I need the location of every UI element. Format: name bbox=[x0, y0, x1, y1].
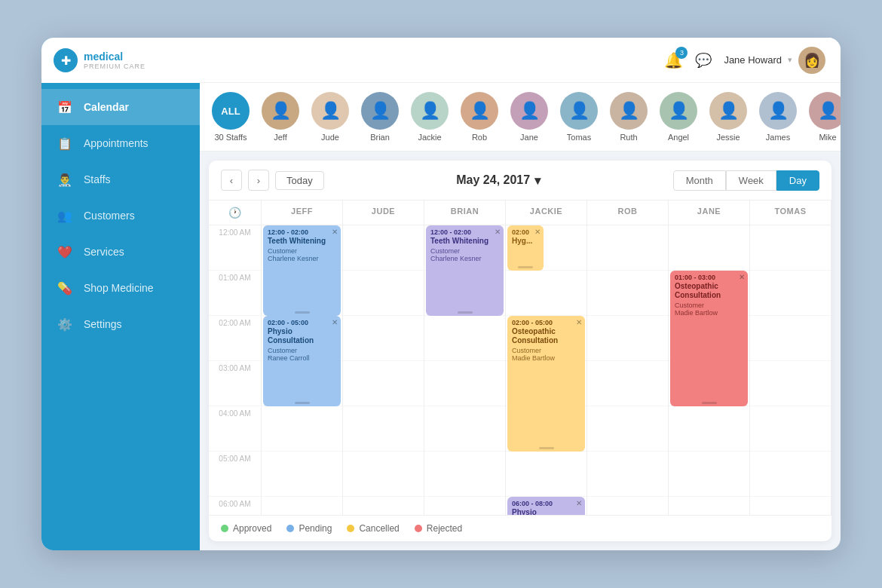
event-close-button[interactable]: ✕ bbox=[739, 273, 745, 281]
header-jane: JANE bbox=[669, 201, 750, 225]
staff-avatar-rob: 👤 bbox=[461, 92, 498, 130]
staff-item-jane[interactable]: 👤Jane bbox=[510, 92, 548, 142]
user-menu[interactable]: Jane Howard ▾ 👩 bbox=[724, 47, 825, 74]
date-dropdown-icon: ▾ bbox=[534, 173, 541, 188]
sidebar-item-calendar[interactable]: 📅 Calendar bbox=[41, 89, 200, 125]
message-button[interactable]: 💬 bbox=[695, 52, 712, 69]
event-close-button[interactable]: ✕ bbox=[332, 228, 338, 236]
staff-item-tomas[interactable]: 👤Tomas bbox=[560, 92, 598, 142]
event-resize-handle[interactable] bbox=[295, 402, 310, 404]
event-resize-handle[interactable] bbox=[295, 311, 310, 314]
event-close-button[interactable]: ✕ bbox=[495, 228, 501, 236]
sidebar-item-appointments[interactable]: 📋 Appointments bbox=[41, 125, 200, 161]
shop-icon: 💊 bbox=[57, 280, 73, 296]
event-time: 01:00 - 03:00 bbox=[675, 274, 743, 281]
topbar: 🔔 3 💬 Jane Howard ▾ 👩 bbox=[200, 38, 841, 83]
hour-row bbox=[424, 361, 505, 406]
approved-dot bbox=[221, 525, 228, 532]
hour-row bbox=[343, 361, 424, 406]
event-block[interactable]: ✕12:00 - 02:00Teeth WhiteningCustomer Ch… bbox=[263, 225, 341, 316]
settings-icon: ⚙️ bbox=[57, 316, 73, 332]
event-close-button[interactable]: ✕ bbox=[576, 499, 582, 507]
staff-item-ruth[interactable]: 👤Ruth bbox=[610, 92, 648, 142]
event-block[interactable]: ✕02:00 - 05:00Osteopathic ConsultationCu… bbox=[507, 316, 585, 452]
hour-row bbox=[424, 497, 505, 515]
grid-header: 🕐 JEFF JUDE BRIAN JACKIE ROB JANE TOMAS bbox=[209, 201, 831, 225]
calendar-date[interactable]: May 24, 2017 ▾ bbox=[456, 173, 541, 188]
sidebar-item-services[interactable]: ❤️ Services bbox=[41, 234, 200, 270]
event-block[interactable]: ✕02:00 - 05:00Physio ConsultationCustome… bbox=[263, 316, 341, 406]
staff-list: 👤Jeff👤Jude👤Brian👤Jackie👤Rob👤Jane👤Tomas👤R… bbox=[262, 92, 841, 142]
calendar-icon: 📅 bbox=[57, 99, 73, 115]
staff-item-angel[interactable]: 👤Angel bbox=[660, 92, 697, 142]
event-time: 12:00 - 02:00 bbox=[430, 228, 499, 236]
view-toggle: Month Week Day bbox=[673, 170, 819, 191]
event-close-button[interactable]: ✕ bbox=[534, 228, 541, 236]
all-staff-count: 30 Staffs bbox=[214, 133, 247, 142]
staff-item-mike[interactable]: 👤Mike bbox=[809, 92, 841, 142]
staff-column-4: ✕02:00Hyg...✕02:00 - 05:00Osteopathic Co… bbox=[506, 225, 587, 515]
staff-item-jude[interactable]: 👤Jude bbox=[311, 92, 349, 142]
sidebar: ✚ medical PREMIUM CARE 📅 Calendar 📋 Appo… bbox=[41, 38, 200, 550]
time-slot: 01:00 AM bbox=[209, 271, 262, 316]
staff-item-jessie[interactable]: 👤Jessie bbox=[709, 92, 747, 142]
event-block[interactable]: ✕01:00 - 03:00Osteopathic ConsultationCu… bbox=[670, 271, 748, 406]
staff-avatar-ruth: 👤 bbox=[610, 92, 648, 130]
staff-column-2 bbox=[343, 225, 424, 515]
all-staff-avatar: ALL bbox=[212, 92, 250, 130]
staff-name-brian: Brian bbox=[370, 133, 390, 142]
event-resize-handle[interactable] bbox=[458, 311, 473, 314]
staff-item-rob[interactable]: 👤Rob bbox=[461, 92, 498, 142]
staff-column-1: ✕12:00Initi...✕12:00 - 02:00Teeth Whiten… bbox=[262, 225, 343, 515]
logo-area: ✚ medical PREMIUM CARE bbox=[41, 38, 200, 83]
event-close-button[interactable]: ✕ bbox=[332, 318, 338, 326]
next-button[interactable]: › bbox=[248, 170, 269, 191]
staff-item-james[interactable]: 👤James bbox=[759, 92, 797, 142]
rejected-dot bbox=[415, 525, 422, 532]
staff-avatar-jude: 👤 bbox=[311, 92, 349, 130]
hour-row bbox=[669, 225, 749, 271]
event-block[interactable]: ✕06:00 - 08:00Physio ConsultationCustome… bbox=[507, 497, 585, 515]
time-slot: 05:00 AM bbox=[209, 452, 262, 497]
hour-row bbox=[669, 497, 749, 515]
week-view-button[interactable]: Week bbox=[726, 170, 776, 191]
rejected-label: Rejected bbox=[427, 523, 462, 534]
prev-button[interactable]: ‹ bbox=[221, 170, 242, 191]
day-view-button[interactable]: Day bbox=[776, 170, 819, 191]
cancelled-dot bbox=[347, 525, 354, 532]
event-resize-handle[interactable] bbox=[539, 447, 554, 449]
month-view-button[interactable]: Month bbox=[673, 170, 726, 191]
time-column: 12:00 AM01:00 AM02:00 AM03:00 AM04:00 AM… bbox=[209, 225, 262, 515]
staff-item-jackie[interactable]: 👤Jackie bbox=[411, 92, 449, 142]
event-resize-handle[interactable] bbox=[702, 402, 717, 404]
hour-row bbox=[669, 452, 749, 497]
hour-row bbox=[262, 452, 342, 497]
hour-row bbox=[750, 452, 831, 497]
staff-all-button[interactable]: ALL 30 Staffs bbox=[212, 92, 250, 142]
header-jackie: JACKIE bbox=[506, 201, 587, 225]
sidebar-item-staffs[interactable]: 👨‍⚕️ Staffs bbox=[41, 161, 200, 198]
event-resize-handle[interactable] bbox=[518, 266, 533, 268]
sidebar-label-customers: Customers bbox=[84, 210, 135, 222]
event-block[interactable]: ✕02:00Hyg... bbox=[507, 225, 544, 271]
logo-subtitle: PREMIUM CARE bbox=[84, 63, 145, 70]
notification-button[interactable]: 🔔 3 bbox=[664, 51, 683, 69]
event-time: 12:00 - 02:00 bbox=[268, 228, 336, 236]
calendar-grid: 🕐 JEFF JUDE BRIAN JACKIE ROB JANE TOMAS … bbox=[209, 201, 831, 515]
sidebar-item-settings[interactable]: ⚙️ Settings bbox=[41, 306, 200, 342]
sidebar-item-customers[interactable]: 👥 Customers bbox=[41, 198, 200, 234]
event-block[interactable]: ✕12:00 - 02:00Teeth WhiteningCustomer Ch… bbox=[426, 225, 504, 316]
event-customer: Customer Charlene Kesner bbox=[268, 247, 336, 262]
event-close-button[interactable]: ✕ bbox=[576, 318, 582, 326]
sidebar-item-shop[interactable]: 💊 Shop Medicine bbox=[41, 270, 200, 306]
staff-item-brian[interactable]: 👤Brian bbox=[361, 92, 399, 142]
staff-name-rob: Rob bbox=[472, 133, 487, 142]
hour-row bbox=[343, 406, 424, 452]
staff-column-7 bbox=[750, 225, 831, 515]
staff-avatar-angel: 👤 bbox=[660, 92, 697, 130]
hour-row bbox=[424, 452, 505, 497]
user-name: Jane Howard bbox=[724, 54, 782, 66]
today-button[interactable]: Today bbox=[275, 171, 324, 190]
pending-label: Pending bbox=[299, 523, 332, 534]
staff-item-jeff[interactable]: 👤Jeff bbox=[262, 92, 299, 142]
